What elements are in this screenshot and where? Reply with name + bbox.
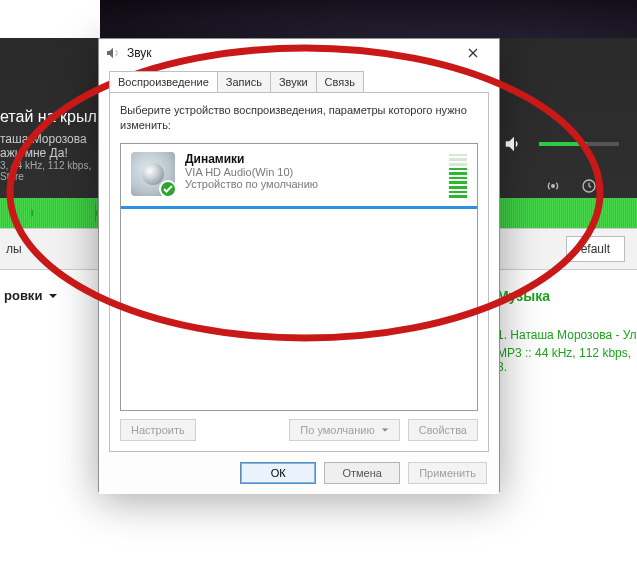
device-text-block: Динамики VIA HD Audio(Win 10) Устройство… [185,152,439,190]
sound-dialog-window: Звук Воспроизведение Запись Звуки Связь … [98,38,500,492]
ok-button[interactable]: ОК [240,462,316,484]
toolbar-left-label: лы [0,242,22,256]
playlist-header: Музыка [497,288,550,304]
playlist-track-title[interactable]: 1. Наташа Морозова - Ул [497,328,637,342]
volume-slider[interactable] [539,142,619,146]
set-default-button[interactable]: По умолчанию [289,419,399,441]
now-playing-artist: таша Морозова [0,132,100,146]
check-icon [163,184,173,194]
now-playing-text-block: етай на крыл таша Морозова ажи мне Да! 3… [0,108,100,182]
properties-button[interactable]: Свойства [408,419,478,441]
device-config-row: Настроить По умолчанию Свойства [120,419,478,441]
tab-communications[interactable]: Связь [316,71,364,92]
now-playing-meta: 3, 44 kHz, 112 kbps, Stere [0,160,100,182]
now-playing-title: етай на крыл [0,108,100,126]
set-default-label: По умолчанию [300,424,374,436]
device-row-speakers[interactable]: Динамики VIA HD Audio(Win 10) Устройство… [121,144,477,209]
default-device-badge [159,180,177,198]
player-mini-icons [545,178,597,194]
configure-button[interactable]: Настроить [120,419,196,441]
desktop-wallpaper-strip [100,0,637,38]
tab-sounds[interactable]: Звуки [270,71,317,92]
tab-recording[interactable]: Запись [217,71,271,92]
volume-icon [503,133,525,155]
dialog-titlebar[interactable]: Звук [99,39,499,67]
chevron-down-icon [48,291,58,301]
device-name: Динамики [185,152,439,166]
playlist-panel: Музыка 1. Наташа Морозова - Ул MP3 :: 44… [497,270,637,567]
svg-point-0 [551,184,555,188]
playlist-track-meta: MP3 :: 44 kHz, 112 kbps, 3. [497,346,637,374]
apply-button[interactable]: Применить [408,462,487,484]
tab-page-playback: Выберите устройство воспроизведения, пар… [109,92,489,452]
now-playing-line2: ажи мне Да! [0,146,100,160]
signal-icon[interactable] [545,178,561,194]
clock-icon[interactable] [581,178,597,194]
device-driver: VIA HD Audio(Win 10) [185,166,439,178]
volume-control[interactable] [503,133,619,155]
dialog-title: Звук [127,46,152,60]
settings-section-fragment[interactable]: ровки [4,288,58,303]
sound-cpl-icon [105,45,121,61]
device-level-meter [449,154,467,198]
dialog-button-row: ОК Отмена Применить [99,452,499,494]
device-icon-wrap [131,152,175,196]
cancel-button[interactable]: Отмена [324,462,400,484]
playback-instruction: Выберите устройство воспроизведения, пар… [120,103,478,133]
close-button[interactable] [453,42,493,64]
close-icon [468,48,478,58]
toolbar-default-button[interactable]: efault [566,236,625,262]
playback-device-list[interactable]: Динамики VIA HD Audio(Win 10) Устройство… [120,143,478,411]
chevron-down-icon [381,426,389,434]
device-status: Устройство по умолчанию [185,178,439,190]
tab-playback[interactable]: Воспроизведение [109,71,218,92]
dialog-tabstrip: Воспроизведение Запись Звуки Связь [109,71,489,92]
